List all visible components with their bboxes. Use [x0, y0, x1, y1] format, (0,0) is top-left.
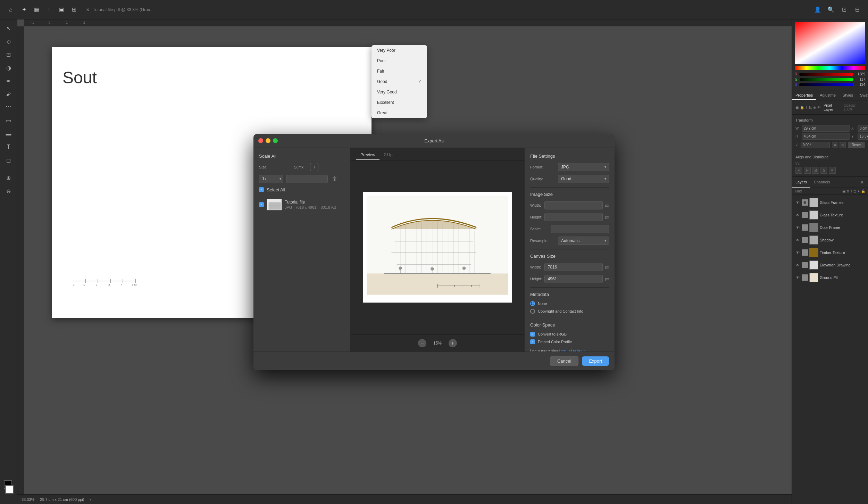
layer-door-frame[interactable]: 👁 Door Frame [792, 221, 868, 234]
home-icon[interactable]: ⌂ [6, 5, 16, 15]
eye-glass-texture[interactable]: 👁 [795, 212, 800, 218]
node-tool[interactable]: ◇ [3, 35, 15, 47]
arrange-icon[interactable]: ▦ [31, 5, 42, 15]
metadata-copyright-radio[interactable] [530, 309, 535, 314]
align-middle-btn[interactable]: ≡ [829, 167, 836, 174]
cancel-button[interactable]: Cancel [550, 356, 578, 366]
canvas-height-input[interactable] [544, 275, 603, 283]
layout-icon[interactable]: ⊟ [852, 5, 862, 15]
embed-profile-checkbox[interactable] [530, 339, 535, 344]
tab-styles[interactable]: Styles [839, 91, 857, 100]
layer-glass-texture[interactable]: 👁 Glass Texture [792, 209, 868, 221]
tab-swatches[interactable]: Swatches [857, 91, 868, 100]
color-gradient[interactable] [795, 22, 865, 64]
link-glass-frames[interactable]: ⊞ [802, 199, 808, 206]
layers-tab[interactable]: Layers [792, 177, 810, 188]
canvas-width-input[interactable] [544, 263, 603, 271]
reset-button[interactable]: Reset [848, 142, 865, 148]
link-door-frame[interactable] [802, 224, 808, 231]
link-elevation-drawing[interactable] [802, 262, 808, 268]
eraser-tool[interactable]: ▭ [3, 115, 15, 126]
tab-preview[interactable]: Preview [356, 150, 379, 160]
layer-elevation-drawing[interactable]: 👁 Elevation Drawing [792, 259, 868, 271]
filter-image-icon[interactable]: ▣ [842, 189, 845, 193]
scale-select[interactable]: 1x 2x 3x [259, 175, 283, 183]
tab-adjustments[interactable]: Adjustme [816, 91, 839, 100]
scale-input[interactable] [551, 225, 609, 233]
layer-shadow[interactable]: 👁 Shadow [792, 234, 868, 246]
zoom-icon[interactable]: ⊡ [839, 5, 849, 15]
flip-h-btn[interactable]: ⇄ [832, 142, 838, 148]
move-icon[interactable]: ✦ [19, 5, 29, 15]
filter-smart-icon[interactable]: ✦ [857, 189, 860, 193]
link-glass-texture[interactable] [802, 212, 808, 218]
export-options-link[interactable]: export options. [561, 348, 586, 352]
link-ground-fill[interactable] [802, 274, 808, 281]
quality-very-poor[interactable]: Very Poor [372, 45, 427, 56]
align-right-btn[interactable]: ⊴ [812, 167, 819, 174]
quality-fair[interactable]: Fair [372, 66, 427, 76]
x-input[interactable] [858, 125, 868, 132]
brush-tool[interactable]: 🖌 [3, 88, 15, 100]
layer-timber-texture[interactable]: 👁 Timber Texture [792, 246, 868, 259]
filter-lock-icon[interactable]: 🔒 [861, 189, 865, 193]
crop-tool[interactable]: ⊡ [3, 49, 15, 60]
eye-shadow[interactable]: 👁 [795, 237, 800, 243]
r-slider[interactable] [799, 73, 853, 76]
pen-tool[interactable]: ✒ [3, 75, 15, 87]
g-slider[interactable] [800, 78, 853, 81]
maximize-button[interactable] [273, 138, 278, 143]
layer-glass-frames[interactable]: 👁 ⊞ Glass Frames [792, 196, 868, 209]
metadata-none-radio[interactable] [530, 301, 535, 306]
eye-glass-frames[interactable]: 👁 [795, 200, 800, 205]
user-icon[interactable]: 👤 [812, 5, 823, 15]
tab-2up[interactable]: 2-Up [379, 150, 397, 160]
share-icon[interactable]: ▣ [56, 5, 67, 15]
link-shadow[interactable] [802, 237, 808, 243]
flip-v-btn[interactable]: ⇅ [840, 142, 846, 148]
view-icon[interactable]: ⊞ [69, 5, 79, 15]
zoom-out-tool[interactable]: ⊖ [3, 185, 15, 197]
smudge-tool[interactable]: 〰 [3, 101, 15, 113]
status-arrow[interactable]: › [90, 497, 91, 502]
img-height-input[interactable] [544, 213, 603, 221]
angle-input[interactable] [801, 142, 830, 148]
zoom-in-tool[interactable]: ⊕ [3, 172, 15, 184]
align-left-btn[interactable]: ⊲ [795, 167, 802, 174]
quality-very-good[interactable]: Very Good [372, 87, 427, 97]
align-top-btn[interactable]: ⊵ [820, 167, 827, 174]
quality-excellent[interactable]: Excellent [372, 97, 427, 108]
filter-text-icon[interactable]: T [850, 189, 852, 193]
b-slider[interactable] [799, 83, 853, 86]
quality-select[interactable]: Good [558, 175, 609, 183]
search-icon[interactable]: 🔍 [826, 5, 836, 15]
align-center-btn[interactable]: ⊳ [804, 167, 811, 174]
delete-scale-button[interactable]: 🗑 [331, 175, 339, 183]
eye-timber-texture[interactable]: 👁 [795, 250, 800, 255]
tab-properties[interactable]: Properties [792, 91, 816, 100]
zoom-in-button[interactable]: + [449, 339, 457, 347]
link-timber-texture[interactable] [802, 249, 808, 256]
fill-tool[interactable]: ◑ [3, 62, 15, 74]
img-width-input[interactable] [544, 201, 603, 209]
eye-door-frame[interactable]: 👁 [795, 225, 800, 230]
shape-tool[interactable]: ▬ [3, 128, 15, 140]
y-input[interactable] [858, 133, 868, 140]
eye-ground-fill[interactable]: 👁 [795, 275, 800, 280]
export-button[interactable]: Export [582, 356, 609, 366]
convert-srgb-checkbox[interactable] [530, 332, 535, 337]
vector-tool[interactable]: ◻ [3, 154, 15, 166]
file-checkbox[interactable] [259, 202, 264, 207]
filter-shape-icon[interactable]: ◻ [853, 189, 856, 193]
layer-ground-fill[interactable]: 👁 Ground Fill [792, 271, 868, 284]
text-tool[interactable]: T [3, 141, 15, 153]
select-tool[interactable]: ↖ [3, 22, 15, 34]
background-color[interactable] [5, 485, 14, 494]
export-icon[interactable]: ↑ [44, 5, 54, 15]
width-input[interactable] [802, 125, 850, 132]
suffix-input[interactable] [286, 175, 328, 183]
close-button[interactable] [258, 138, 263, 143]
format-select[interactable]: JPG PNG TIFF [558, 163, 609, 171]
eye-elevation-drawing[interactable]: 👁 [795, 262, 800, 268]
layers-menu-icon[interactable]: ≡ [859, 179, 865, 185]
